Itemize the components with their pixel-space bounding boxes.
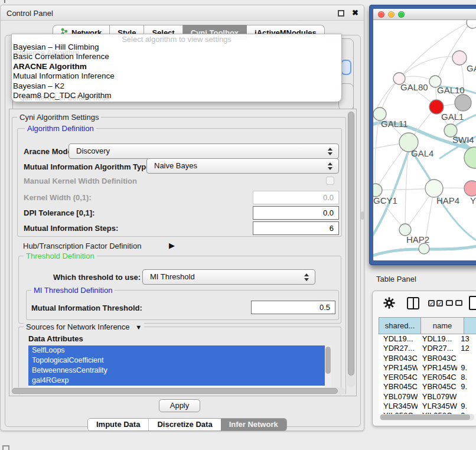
table-cell: YDL19... bbox=[418, 334, 458, 344]
tab-impute-data[interactable]: Impute Data bbox=[88, 419, 148, 431]
apply-button[interactable]: Apply bbox=[159, 399, 200, 412]
document-icon[interactable] bbox=[469, 296, 476, 310]
table-cell: YER054C bbox=[418, 373, 458, 382]
hub-factor-expander-label: Hub/Transcription Factor Definition bbox=[23, 242, 141, 250]
table-row[interactable]: YPR145WYPR145W9. bbox=[379, 363, 476, 373]
algorithm-option[interactable]: Bayesian – K2 bbox=[13, 81, 340, 91]
network-node[interactable] bbox=[467, 20, 476, 28]
network-node-label: Y bbox=[470, 195, 476, 206]
network-canvas[interactable]: GALGAL80GAL10GAL1GAL11SWI4GAL4GCY1HAP4YH… bbox=[373, 20, 476, 260]
table-row[interactable]: YBR045CYBR045C9. bbox=[379, 382, 476, 392]
scrollbar-thumb[interactable] bbox=[12, 388, 338, 394]
table-cell: YBR043C bbox=[379, 354, 418, 363]
control-panel-title: Control Panel bbox=[6, 9, 53, 18]
table-row[interactable]: YBL079WYBL079W bbox=[379, 392, 476, 402]
zoom-traffic-light-icon[interactable] bbox=[398, 11, 405, 18]
algorithm-definition-group: Algorithm Definition Aracne Mode: Discov… bbox=[17, 128, 342, 237]
table-cell: YER054C bbox=[379, 373, 418, 382]
combobox-fragment bbox=[341, 60, 351, 75]
attribute-item[interactable]: TopologicalCoefficient bbox=[28, 356, 325, 366]
table-cell: 12 bbox=[457, 344, 476, 353]
panel-resize-grip[interactable] bbox=[361, 211, 364, 220]
table-cell: YPR145W bbox=[379, 363, 418, 373]
algorithm-option[interactable]: Basic Correlation Inference bbox=[13, 52, 340, 61]
sources-title: Sources for Network Inference bbox=[26, 322, 130, 331]
tab-discretize-data[interactable]: Discretize Data bbox=[148, 419, 220, 431]
table-row[interactable]: YBR043CYBR043C bbox=[379, 354, 476, 363]
algorithm-option[interactable]: Dream8 DC_TDC Algorithm bbox=[13, 91, 340, 100]
which-threshold-label: Which threshold to use: bbox=[53, 273, 141, 282]
column-header-shared[interactable]: shared... bbox=[379, 317, 421, 334]
checked-box-icon: ✓ bbox=[428, 300, 435, 306]
group-title: Sources for Network Inference ▼ bbox=[24, 322, 144, 331]
columns-icon[interactable] bbox=[407, 297, 419, 309]
dpi-tolerance-input[interactable] bbox=[253, 206, 339, 220]
mi-steps-input[interactable] bbox=[253, 221, 339, 235]
network-node[interactable] bbox=[425, 180, 443, 197]
mi-threshold-input[interactable] bbox=[251, 301, 335, 314]
network-node[interactable] bbox=[373, 184, 382, 197]
attribute-item[interactable]: SelfLoops bbox=[28, 345, 325, 356]
deselect-all-boxes-icon[interactable] bbox=[446, 300, 462, 306]
network-node-label: GCY1 bbox=[373, 195, 397, 206]
table-row[interactable]: YDR27...YDR27...12 bbox=[379, 344, 476, 353]
network-node[interactable] bbox=[464, 147, 476, 168]
attribute-item[interactable]: BetweennessCentrality bbox=[28, 366, 325, 376]
table-cell bbox=[457, 354, 476, 363]
data-attributes-label: Data Attributes bbox=[28, 334, 83, 343]
network-svg: GALGAL80GAL10GAL1GAL11SWI4GAL4GCY1HAP4YH… bbox=[373, 20, 476, 260]
table-cell: 8. bbox=[457, 373, 476, 382]
attribute-item[interactable]: gal4RGexp bbox=[28, 376, 325, 386]
aracne-mode-combobox[interactable]: Discovery bbox=[69, 144, 339, 159]
column-header-partial[interactable] bbox=[464, 317, 476, 334]
network-node[interactable] bbox=[455, 94, 471, 111]
cyni-algorithm-settings-group: Cyni Algorithm Settings Algorithm Defini… bbox=[12, 117, 346, 394]
minimized-panel-icon[interactable] bbox=[2, 445, 9, 450]
network-edge bbox=[375, 114, 380, 190]
network-node[interactable] bbox=[452, 51, 467, 65]
column-header-name[interactable]: name bbox=[420, 317, 464, 334]
scrollbar-thumb[interactable] bbox=[325, 347, 331, 374]
settings-vertical-scrollbar[interactable] bbox=[347, 111, 355, 387]
table-cell: YLR345W bbox=[418, 402, 458, 411]
bottom-tab-bar: Impute Data Discretize Data Infer Networ… bbox=[87, 418, 287, 431]
table-header-row: shared... name bbox=[379, 317, 476, 334]
table-cell: YDR27... bbox=[418, 344, 458, 353]
manual-kernel-width-checkbox[interactable] bbox=[326, 177, 334, 185]
scrollbar-thumb[interactable] bbox=[348, 112, 354, 376]
select-all-checks-icon[interactable]: ✓ ✓ bbox=[428, 300, 443, 306]
group-title: Threshold Definition bbox=[24, 252, 97, 260]
scrollbar-thumb[interactable] bbox=[380, 415, 470, 420]
network-node[interactable] bbox=[399, 224, 411, 236]
expander-collapsed-icon[interactable]: ▶ bbox=[169, 241, 175, 250]
network-node-label: GAL10 bbox=[437, 85, 465, 95]
close-icon[interactable]: ✖ bbox=[352, 8, 358, 17]
close-traffic-light-icon[interactable] bbox=[378, 11, 384, 18]
attributes-scrollbar[interactable] bbox=[325, 345, 331, 390]
algorithm-option[interactable]: ARACNE Algorithm bbox=[13, 62, 340, 71]
network-node-label: HAP2 bbox=[406, 234, 429, 244]
spinner-arrows-icon bbox=[304, 273, 309, 281]
mi-threshold-label: Mutual Information Threshold: bbox=[31, 304, 142, 312]
minimize-traffic-light-icon[interactable] bbox=[388, 11, 395, 18]
float-window-icon[interactable] bbox=[338, 10, 344, 17]
table-row[interactable]: YER054CYER054C8. bbox=[379, 373, 476, 382]
table-cell: YPR145W bbox=[418, 363, 458, 373]
table-panel-window: ✓ ✓ shared... name YDL19...YDL19...13YDR… bbox=[372, 291, 476, 426]
kernel-width-label: Kernel Width (0,1): bbox=[24, 193, 92, 202]
settings-horizontal-scrollbar[interactable] bbox=[11, 387, 345, 394]
table-horizontal-scrollbar[interactable] bbox=[380, 414, 474, 420]
mi-algorithm-type-combobox[interactable]: Naive Bayes bbox=[146, 158, 339, 174]
table-row[interactable]: YDL19...YDL19...13 bbox=[379, 334, 476, 344]
manual-kernel-width-label: Manual Kernel Width Definition bbox=[24, 177, 137, 185]
tab-infer-network[interactable]: Infer Network bbox=[221, 419, 286, 431]
network-node[interactable] bbox=[419, 243, 429, 254]
algorithm-option[interactable]: Bayesian – Hill Climbing bbox=[13, 43, 340, 52]
table-row[interactable]: YLR345WYLR345W9. bbox=[379, 402, 476, 411]
which-threshold-combobox[interactable]: MI Threshold bbox=[142, 269, 315, 285]
kernel-width-input[interactable] bbox=[253, 191, 339, 204]
network-node[interactable] bbox=[464, 181, 476, 196]
expander-expanded-icon[interactable]: ▼ bbox=[135, 324, 142, 331]
gear-icon[interactable] bbox=[383, 297, 395, 311]
algorithm-option[interactable]: Mutual Information Inference bbox=[13, 71, 340, 81]
